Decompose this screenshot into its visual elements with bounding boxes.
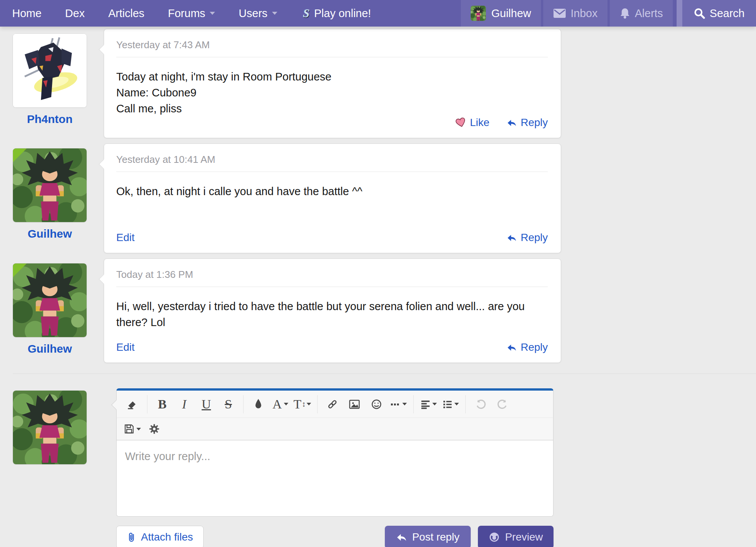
smiley-icon: [371, 399, 382, 410]
rich-text-editor: B I U S A T↕: [116, 388, 554, 517]
avatar[interactable]: [13, 34, 87, 107]
undo-icon: [475, 399, 486, 410]
divider: [116, 287, 548, 287]
nav-item-play-online[interactable]: S Play online!: [303, 7, 371, 20]
toolbar-separator: [147, 395, 147, 413]
nav-menu: Home Dex Articles Forums Users S Play on…: [0, 0, 371, 27]
nav-alerts-button[interactable]: Alerts: [610, 0, 673, 27]
message-actions: Like Reply: [116, 117, 548, 129]
nav-inbox-button[interactable]: Inbox: [543, 0, 607, 27]
message-actions: Edit Reply: [116, 232, 548, 244]
nav-item-articles[interactable]: Articles: [108, 7, 144, 20]
author-username[interactable]: Guilhew: [28, 227, 72, 240]
updown-arrow-icon: ↕: [302, 400, 305, 408]
reply-arrow-icon: [507, 118, 517, 128]
floppy-disk-icon: [124, 424, 134, 434]
eraser-icon: [127, 399, 138, 410]
quick-reply-section: B I U S A T↕: [0, 388, 756, 547]
reply-textarea[interactable]: [117, 440, 553, 516]
strikethrough-button[interactable]: S: [217, 394, 239, 414]
editor-toolbar-row-1: B I U S A T↕: [117, 391, 553, 418]
chevron-down-icon: [136, 428, 141, 430]
reply-input-area: [117, 440, 553, 516]
font-family-button[interactable]: A: [269, 394, 291, 414]
drafts-save-button[interactable]: [121, 419, 143, 439]
author-username[interactable]: Ph4nton: [27, 113, 73, 126]
edit-button[interactable]: Edit: [116, 341, 134, 353]
author-column: Guilhew: [13, 148, 87, 240]
italic-button[interactable]: I: [173, 394, 195, 414]
thread-end-divider: [13, 374, 756, 374]
chevron-down-icon: [284, 403, 288, 405]
redo-icon: [497, 399, 508, 410]
nav-item-home[interactable]: Home: [12, 7, 41, 20]
nav-user-button[interactable]: Guilhew: [461, 0, 541, 27]
insert-smiley-button[interactable]: [365, 394, 387, 414]
redo-button[interactable]: [492, 394, 514, 414]
reply-button[interactable]: Reply: [507, 232, 548, 244]
divider: [116, 172, 548, 172]
undo-button[interactable]: [470, 394, 492, 414]
chevron-down-icon: [272, 12, 277, 15]
chevron-down-icon: [307, 403, 311, 405]
preview-button[interactable]: Preview: [478, 526, 554, 547]
luvdisc-heart-icon: [454, 116, 468, 129]
search-icon: [694, 8, 705, 19]
nav-item-forums[interactable]: Forums: [168, 7, 215, 20]
bell-icon: [620, 8, 630, 19]
message-timestamp[interactable]: Yesterday at 7:43 AM: [116, 39, 548, 51]
nav-user-area: Guilhew Inbox Alerts Search: [459, 0, 756, 27]
reply-arrow-icon: [396, 532, 407, 542]
toolbar-separator: [317, 395, 318, 413]
message-card: Yesterday at 7:43 AM Today at night, i'm…: [104, 29, 561, 138]
list-button[interactable]: [440, 394, 462, 414]
nav-search-button[interactable]: Search: [682, 0, 756, 27]
text-color-button[interactable]: [247, 394, 269, 414]
insert-image-button[interactable]: [343, 394, 365, 414]
message-timestamp[interactable]: Today at 1:36 PM: [116, 269, 548, 281]
chevron-down-icon: [210, 12, 215, 15]
alignment-button[interactable]: [418, 394, 440, 414]
edit-button[interactable]: Edit: [116, 232, 134, 244]
insert-link-button[interactable]: [321, 394, 343, 414]
link-icon: [327, 399, 338, 410]
post-reply-button[interactable]: Post reply: [385, 526, 471, 547]
user-mini-avatar: [471, 6, 486, 21]
paperclip-icon: [127, 531, 136, 543]
forum-conversation-page: Home Dex Articles Forums Users S Play on…: [0, 0, 756, 547]
droplet-icon: [254, 399, 263, 410]
message-card: Yesterday at 10:41 AM Ok, then, at night…: [104, 143, 561, 253]
author-username[interactable]: Guilhew: [28, 342, 72, 355]
like-button[interactable]: Like: [455, 117, 489, 129]
message-body: Ok, then, at night i calle you and have …: [116, 183, 542, 199]
nav-item-users[interactable]: Users: [239, 7, 277, 20]
bold-button[interactable]: B: [151, 394, 173, 414]
message-timestamp[interactable]: Yesterday at 10:41 AM: [116, 154, 548, 166]
editor-toolbar-row-2: [117, 418, 553, 440]
reply-button[interactable]: Reply: [507, 341, 548, 353]
toolbar-separator: [413, 395, 414, 413]
toolbar-separator: [243, 395, 244, 413]
more-options-button[interactable]: [387, 394, 410, 414]
nav-item-dex[interactable]: Dex: [65, 7, 85, 20]
conversation-thread: Ph4nton Yesterday at 7:43 AM Today at ni…: [0, 27, 756, 374]
eye-icon: [489, 532, 500, 542]
avatar[interactable]: [13, 263, 87, 337]
font-size-button[interactable]: T↕: [291, 394, 313, 414]
reply-button[interactable]: Reply: [507, 117, 548, 129]
editor-settings-button[interactable]: [143, 419, 165, 439]
attach-files-button[interactable]: Attach files: [116, 526, 204, 547]
image-icon: [349, 399, 360, 410]
toolbar-separator: [465, 395, 466, 413]
remove-format-button[interactable]: [121, 394, 143, 414]
divider: [116, 57, 548, 57]
avatar[interactable]: [13, 148, 87, 222]
author-column: Ph4nton: [13, 34, 87, 126]
current-user-column: [13, 391, 87, 464]
chevron-down-icon: [402, 403, 407, 405]
reply-arrow-icon: [507, 343, 517, 352]
editor-footer: Attach files Post reply Preview: [116, 526, 554, 547]
underline-button[interactable]: U: [195, 394, 217, 414]
ellipsis-icon: [391, 402, 400, 406]
avatar[interactable]: [13, 391, 87, 464]
